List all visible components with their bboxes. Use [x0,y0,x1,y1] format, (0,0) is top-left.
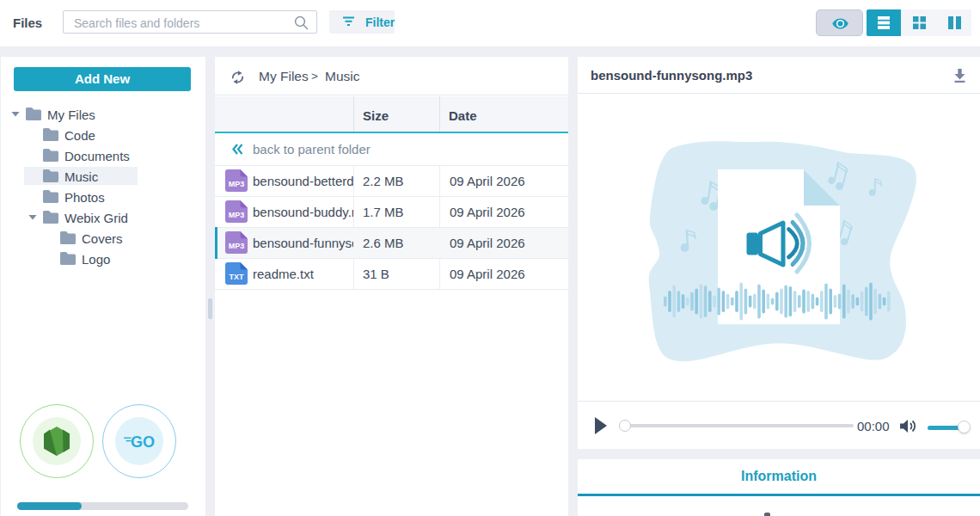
svg-text:MP3: MP3 [229,180,245,188]
svg-text:TXT: TXT [230,273,245,281]
svg-text:MP3: MP3 [229,242,245,250]
svg-text:MP3: MP3 [229,211,245,219]
